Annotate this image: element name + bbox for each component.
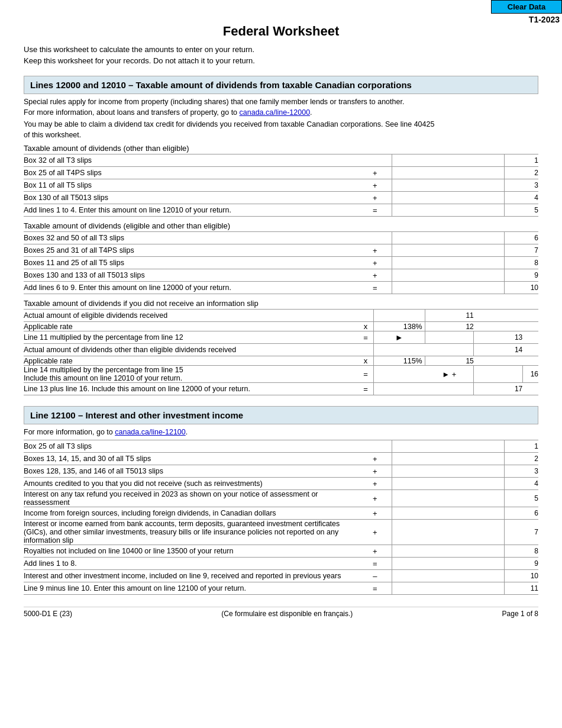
- row13-linenum: 13: [474, 331, 523, 344]
- table-row: Royalties not included on line 10400 or …: [24, 545, 538, 558]
- row13-input[interactable]: [425, 331, 474, 343]
- input-cell: [392, 570, 505, 582]
- row-input[interactable]: [392, 244, 504, 256]
- label-cell: Add lines 1 to 4. Enter this amount on l…: [24, 204, 358, 217]
- line-num: 9: [505, 269, 538, 282]
- operator-cell: +: [358, 179, 392, 192]
- row14-op: [358, 344, 374, 356]
- table-row: Actual amount of dividends other than el…: [24, 344, 538, 356]
- row-input[interactable]: [392, 492, 504, 504]
- operator-cell: +: [358, 478, 392, 490]
- row14-linenum: 14: [474, 344, 523, 356]
- row11-linenum: 11: [425, 310, 474, 322]
- subsection3-label: Taxable amount of dividends if you did n…: [24, 299, 538, 308]
- input-cell: [392, 545, 505, 558]
- subsection1-label: Taxable amount of dividends (other than …: [24, 144, 538, 153]
- table-row: Line 14 multiplied by the percentage fro…: [24, 366, 538, 383]
- operator-cell: =: [358, 558, 392, 570]
- input-cell: [392, 232, 505, 244]
- row13-label: Line 11 multiplied by the percentage fro…: [24, 331, 358, 344]
- line-num: 7: [505, 520, 538, 545]
- label-cell: Royalties not included on line 10400 or …: [24, 545, 358, 558]
- operator-cell: [358, 440, 392, 453]
- section2-table: Box 25 of all T3 slips 1 Boxes 13, 14, 1…: [24, 440, 538, 595]
- row-input[interactable]: [392, 465, 504, 477]
- form-id: T1-2023: [529, 15, 562, 24]
- row-input[interactable]: [392, 167, 504, 179]
- row-input[interactable]: [392, 282, 504, 294]
- label-cell: Add lines 6 to 9. Enter this amount on l…: [24, 282, 358, 294]
- table-row: Box 130 of all T5013 slips + 4: [24, 192, 538, 204]
- row-input[interactable]: [392, 257, 504, 269]
- row17-input[interactable]: [374, 383, 474, 395]
- row13-op: =: [358, 331, 374, 344]
- row12-pct: 138%: [373, 322, 425, 331]
- line-num: 8: [505, 257, 538, 269]
- row13-arrow: ►: [373, 331, 425, 344]
- row-input[interactable]: [392, 526, 504, 538]
- row-input[interactable]: [392, 478, 504, 489]
- row-input[interactable]: [392, 192, 504, 204]
- operator-cell: –: [358, 570, 392, 582]
- input-cell: [392, 282, 505, 294]
- section2-link[interactable]: canada.ca/line-12100: [115, 428, 186, 436]
- line-num: 3: [505, 179, 538, 192]
- row15-pct: 115%: [373, 356, 425, 366]
- input-cell: [392, 154, 505, 167]
- table-row: Box 25 of all T4PS slips + 2: [24, 167, 538, 179]
- operator-cell: +: [358, 257, 392, 269]
- line-num: 8: [505, 545, 538, 558]
- row14-input[interactable]: [374, 344, 474, 356]
- input-cell: [392, 440, 505, 453]
- section1-table-a: Box 32 of all T3 slips 1 Box 25 of all T…: [24, 154, 538, 217]
- row16-input[interactable]: [474, 368, 522, 380]
- line-num: 7: [505, 244, 538, 257]
- table-row: Line 9 minus line 10. Enter this amount …: [24, 582, 538, 595]
- label-cell: Interest on any tax refund you received …: [24, 490, 358, 507]
- input-cell: [392, 453, 505, 465]
- table-row: Add lines 6 to 9. Enter this amount on l…: [24, 282, 538, 294]
- row14-label: Actual amount of dividends other than el…: [24, 344, 358, 356]
- clear-data-button[interactable]: Clear Data: [491, 0, 562, 14]
- subsection2-label: Taxable amount of dividends (eligible an…: [24, 221, 538, 230]
- row-input[interactable]: [392, 582, 504, 594]
- table-row: Boxes 130 and 133 of all T5013 slips + 9: [24, 269, 538, 282]
- row-input[interactable]: [392, 558, 504, 569]
- section1-note1: Special rules apply for income from prop…: [24, 98, 538, 106]
- table-row: Amounts credited to you that you did not…: [24, 478, 538, 490]
- row-input[interactable]: [392, 545, 504, 557]
- label-cell: Box 130 of all T5013 slips: [24, 192, 358, 204]
- table-row: Interest or income earned from bank acco…: [24, 520, 538, 545]
- row-input[interactable]: [392, 507, 504, 519]
- row-input[interactable]: [392, 204, 504, 216]
- operator-cell: +: [358, 269, 392, 282]
- row-input[interactable]: [392, 179, 504, 191]
- row-input[interactable]: [392, 232, 504, 244]
- row16-arrow-op: ► +: [425, 366, 474, 383]
- row-input[interactable]: [392, 269, 504, 281]
- label-cell: Box 25 of all T4PS slips: [24, 167, 358, 179]
- input-cell: [392, 465, 505, 478]
- table-row: Add lines 1 to 8. = 9: [24, 558, 538, 570]
- row11-input[interactable]: [374, 310, 425, 321]
- row-input[interactable]: [392, 154, 504, 166]
- section1-link1[interactable]: canada.ca/line-12000: [240, 108, 311, 117]
- line-num: 6: [505, 507, 538, 520]
- input-cell: [392, 204, 505, 217]
- row-input[interactable]: [392, 440, 504, 452]
- table-row: Applicable rate x 138% 12: [24, 322, 538, 331]
- operator-cell: +: [358, 167, 392, 179]
- label-cell: Boxes 32 and 50 of all T3 slips: [24, 232, 358, 244]
- row12-linenum: 12: [425, 322, 474, 331]
- section1-note3: You may be able to claim a dividend tax …: [24, 120, 538, 128]
- row11-input-cell: [373, 310, 425, 322]
- label-cell: Interest and other investment income, in…: [24, 570, 358, 582]
- table-row: Box 25 of all T3 slips 1: [24, 440, 538, 453]
- row-input[interactable]: [392, 570, 504, 582]
- row-input[interactable]: [392, 453, 504, 465]
- input-cell: [392, 490, 505, 507]
- input-cell: [392, 507, 505, 520]
- row16-mid-input[interactable]: [374, 368, 425, 380]
- label-cell: Box 11 of all T5 slips: [24, 179, 358, 192]
- table-row: Interest on any tax refund you received …: [24, 490, 538, 507]
